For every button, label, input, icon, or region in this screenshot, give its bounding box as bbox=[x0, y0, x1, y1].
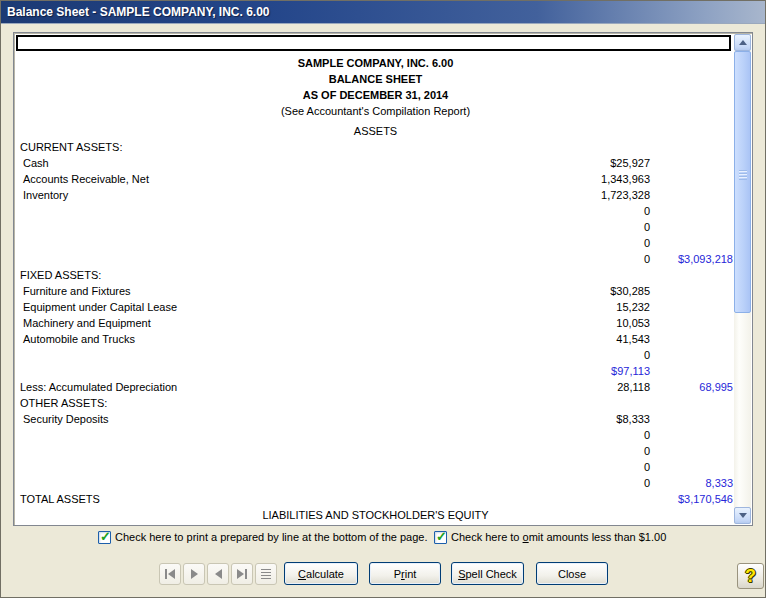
spell-label-mnemonic: S bbox=[458, 568, 465, 580]
row-amount: $25,927 bbox=[610, 155, 650, 171]
calculate-label-post: alculate bbox=[306, 568, 344, 580]
scroll-down-icon bbox=[739, 513, 747, 518]
report-company-name: SAMPLE COMPANY, INC. 6.00 bbox=[15, 55, 736, 71]
row-amount: 15,232 bbox=[616, 299, 650, 315]
report-row: OTHER ASSETS: bbox=[15, 395, 736, 411]
report-compilation-note: (See Accountant's Compilation Report) bbox=[15, 103, 736, 119]
scroll-down-button[interactable] bbox=[734, 507, 751, 524]
print-button[interactable]: Print bbox=[369, 562, 441, 585]
last-page-button[interactable] bbox=[231, 563, 253, 585]
page-navigation-group bbox=[159, 563, 277, 585]
report-date-line: AS OF DECEMBER 31, 2014 bbox=[15, 87, 736, 103]
row-label: Automobile and Trucks bbox=[23, 331, 135, 347]
spell-check-button[interactable]: Spell Check bbox=[451, 562, 524, 585]
row-label: Cash bbox=[23, 155, 49, 171]
row-amount: 0 bbox=[644, 347, 650, 363]
report-row: 08,333 bbox=[15, 475, 736, 491]
report-row: 0 bbox=[15, 427, 736, 443]
report-row: Furniture and Fixtures$30,285 bbox=[15, 283, 736, 299]
report-row: 0 bbox=[15, 235, 736, 251]
row-amount: 10,053 bbox=[616, 315, 650, 331]
row-label: Equipment under Capital Lease bbox=[23, 299, 177, 315]
section-heading-assets: ASSETS bbox=[15, 123, 736, 139]
report-row: Machinery and Equipment10,053 bbox=[15, 315, 736, 331]
report-row: CURRENT ASSETS: bbox=[15, 139, 736, 155]
report-row: TOTAL ASSETS$3,170,546 bbox=[15, 491, 736, 507]
omit-amounts-checkbox[interactable]: ✓ bbox=[434, 531, 447, 544]
scrollbar-grip-icon bbox=[739, 170, 747, 180]
row-label: Accounts Receivable, Net bbox=[23, 171, 149, 187]
row-amount: 0 bbox=[644, 443, 650, 459]
row-amount: 41,543 bbox=[616, 331, 650, 347]
report-scrollbar[interactable] bbox=[734, 34, 751, 524]
omit-amounts-label[interactable]: Check here to omit amounts less than $1.… bbox=[451, 531, 666, 543]
help-question-icon: ? bbox=[745, 566, 756, 587]
page-list-button[interactable] bbox=[255, 563, 277, 585]
report-row: Less: Accumulated Depreciation28,11868,9… bbox=[15, 379, 736, 395]
report-row: Security Deposits$8,333 bbox=[15, 411, 736, 427]
window-title: Balance Sheet - SAMPLE COMPANY, INC. 6.0… bbox=[7, 5, 270, 19]
row-total: 68,995 bbox=[699, 379, 733, 395]
help-button[interactable]: ? bbox=[737, 563, 764, 589]
row-amount: 0 bbox=[644, 459, 650, 475]
scroll-up-icon bbox=[739, 40, 747, 45]
button-row: Calculate Print Spell Check Close ? bbox=[1, 562, 766, 592]
scroll-up-button[interactable] bbox=[734, 34, 751, 51]
previous-page-button[interactable] bbox=[207, 563, 229, 585]
prepared-by-line-checkbox[interactable]: ✓ bbox=[98, 531, 111, 544]
checkmark-icon: ✓ bbox=[436, 529, 447, 544]
row-amount: 0 bbox=[644, 427, 650, 443]
last-page-icon bbox=[237, 569, 244, 579]
omit-label-post: mit amounts less than $1.00 bbox=[529, 531, 667, 543]
report-rows: CURRENT ASSETS:Cash$25,927Accounts Recei… bbox=[15, 139, 736, 507]
row-amount: $97,113 bbox=[611, 363, 650, 379]
calculate-button[interactable]: Calculate bbox=[284, 562, 358, 585]
previous-page-icon bbox=[215, 569, 222, 579]
scrollbar-thumb[interactable] bbox=[734, 51, 751, 313]
row-amount: 0 bbox=[644, 235, 650, 251]
row-label: OTHER ASSETS: bbox=[20, 395, 107, 411]
report-row: 0 bbox=[15, 347, 736, 363]
row-amount: 0 bbox=[644, 219, 650, 235]
report-row: Automobile and Trucks41,543 bbox=[15, 331, 736, 347]
report-preview-panel: SAMPLE COMPANY, INC. 6.00 BALANCE SHEET … bbox=[13, 32, 753, 526]
report-row: 0 bbox=[15, 443, 736, 459]
next-page-button[interactable] bbox=[183, 563, 205, 585]
row-amount: 1,343,963 bbox=[601, 171, 650, 187]
row-total: $3,170,546 bbox=[678, 491, 733, 507]
omit-label-pre: Check here to bbox=[451, 531, 523, 543]
first-page-button[interactable] bbox=[159, 563, 181, 585]
last-page-icon bbox=[245, 569, 247, 579]
checkmark-icon: ✓ bbox=[100, 529, 111, 544]
row-amount: 0 bbox=[644, 475, 650, 491]
report-row: $97,113 bbox=[15, 363, 736, 379]
row-label: TOTAL ASSETS bbox=[20, 491, 100, 507]
row-amount: $8,333 bbox=[616, 411, 650, 427]
row-label: CURRENT ASSETS: bbox=[20, 139, 123, 155]
report-row: FIXED ASSETS: bbox=[15, 267, 736, 283]
report-row: Equipment under Capital Lease15,232 bbox=[15, 299, 736, 315]
row-total: $3,093,218 bbox=[678, 251, 733, 267]
report-row: 0 bbox=[15, 203, 736, 219]
prepared-by-line-label[interactable]: Check here to print a prepared by line a… bbox=[115, 531, 427, 543]
row-label: Furniture and Fixtures bbox=[23, 283, 131, 299]
section-heading-liabilities: LIABILITIES AND STOCKHOLDER'S EQUITY bbox=[15, 507, 736, 523]
row-label: Security Deposits bbox=[23, 411, 109, 427]
title-bar[interactable]: Balance Sheet - SAMPLE COMPANY, INC. 6.0… bbox=[1, 1, 766, 24]
row-label: FIXED ASSETS: bbox=[20, 267, 101, 283]
spell-label-post: pell Check bbox=[465, 568, 516, 580]
row-amount: 28,118 bbox=[617, 379, 650, 395]
row-amount: 0 bbox=[644, 251, 650, 267]
balance-sheet-dialog: Balance Sheet - SAMPLE COMPANY, INC. 6.0… bbox=[0, 0, 766, 598]
page-list-icon bbox=[261, 569, 271, 580]
row-total: 8,333 bbox=[705, 475, 733, 491]
first-page-icon bbox=[168, 569, 175, 579]
close-button[interactable]: Close bbox=[536, 562, 608, 585]
row-amount: 0 bbox=[644, 203, 650, 219]
print-label-post: int bbox=[405, 568, 417, 580]
row-amount: 1,723,328 bbox=[601, 187, 650, 203]
row-label: Machinery and Equipment bbox=[23, 315, 151, 331]
report-row: 0$3,093,218 bbox=[15, 251, 736, 267]
report-row: Inventory1,723,328 bbox=[15, 187, 736, 203]
report-row: Accounts Receivable, Net1,343,963 bbox=[15, 171, 736, 187]
